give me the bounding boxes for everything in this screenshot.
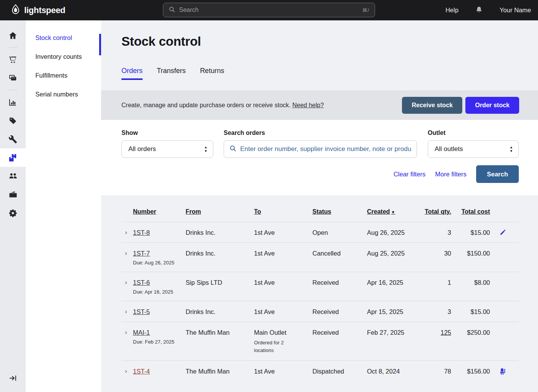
receive-stock-button[interactable]: Receive stock — [402, 97, 462, 114]
order-from: Sip Sips LTD — [186, 272, 254, 301]
sidebar: Stock control Inventory counts Fulfillme… — [26, 20, 101, 392]
rail-item-catalog[interactable] — [0, 111, 26, 130]
rail-item-reporting[interactable] — [0, 93, 26, 111]
collapse-panel-icon — [9, 374, 17, 382]
order-status: Dispatched — [312, 361, 367, 381]
order-number-link[interactable]: 1ST-6 — [133, 279, 150, 286]
order-to: 1st Ave — [254, 243, 312, 272]
receive-order-button[interactable] — [490, 361, 516, 381]
help-link[interactable]: Help — [445, 7, 458, 14]
rail-item-inventory[interactable] — [0, 148, 26, 167]
rail-divider — [9, 47, 17, 48]
search-shortcut: ⌘/ — [362, 7, 369, 13]
col-status[interactable]: Status — [312, 208, 331, 215]
page-head: Stock control Orders Transfers Returns — [101, 20, 538, 90]
lightspeed-logo[interactable]: lightspeed — [10, 4, 65, 16]
search-icon — [169, 6, 175, 14]
tab-returns[interactable]: Returns — [200, 67, 224, 80]
tab-transfers[interactable]: Transfers — [157, 67, 186, 80]
expand-row-chevron[interactable]: › — [121, 222, 133, 243]
show-label: Show — [121, 130, 213, 136]
user-menu[interactable]: Your Name — [500, 7, 531, 14]
order-from: Drinks Inc. — [186, 222, 254, 243]
table-row: › 1ST-5 Drinks Inc. 1st Ave Received Apr… — [121, 301, 519, 322]
table-row: › 1ST-7 Due: Aug 26, 2025 Drinks Inc. 1s… — [121, 243, 519, 272]
rail-item-sell[interactable] — [0, 50, 26, 69]
col-total-cost[interactable]: Total cost — [462, 208, 490, 215]
search-orders-input[interactable] — [240, 145, 411, 153]
sidebar-item-serial-numbers[interactable]: Serial numbers — [26, 85, 101, 104]
expand-row-chevron[interactable]: › — [121, 272, 133, 301]
order-qty: 78 — [420, 361, 451, 381]
order-number-link[interactable]: MAI-1 — [133, 329, 150, 336]
order-created: Aug 25, 2025 — [367, 243, 420, 272]
order-number-link[interactable]: 1ST-7 — [133, 250, 150, 257]
rail-item-customers[interactable] — [0, 167, 26, 185]
outlet-label: Outlet — [428, 130, 519, 136]
edit-order-button[interactable] — [490, 222, 516, 243]
tabs: Orders Transfers Returns — [121, 67, 538, 80]
rail-item-home[interactable] — [0, 26, 26, 45]
notifications-bell-icon[interactable] — [475, 6, 483, 15]
rail-divider — [9, 90, 17, 90]
cash-drawer-icon — [8, 190, 18, 199]
global-search-input[interactable] — [179, 7, 362, 13]
sidebar-item-fulfillments[interactable]: Fulfillments — [26, 66, 101, 85]
order-to-note: Ordered for 2 locations — [254, 339, 292, 354]
global-search[interactable]: ⌘/ — [163, 3, 375, 17]
order-qty: 30 — [420, 243, 451, 272]
order-stock-button[interactable]: Order stock — [465, 97, 519, 114]
col-created[interactable]: Created — [367, 208, 390, 215]
search-button[interactable]: Search — [476, 165, 519, 183]
icon-rail — [0, 20, 26, 392]
table-row: › 1ST-6 Due: Apr 16, 2025 Sip Sips LTD 1… — [121, 272, 519, 301]
rail-item-setup[interactable] — [0, 130, 26, 148]
sidebar-item-stock-control[interactable]: Stock control — [26, 28, 101, 47]
gear-icon — [8, 209, 17, 218]
topbar: lightspeed ⌘/ Help Your Name — [0, 0, 538, 20]
order-cost: $15.00 — [451, 222, 490, 243]
order-number-link[interactable]: 1ST-5 — [133, 308, 150, 315]
home-icon — [8, 31, 17, 40]
col-to[interactable]: To — [254, 208, 261, 215]
filter-panel: Show All orders ▲▼ Search orders — [101, 120, 538, 195]
order-number-link[interactable]: 1ST-4 — [133, 368, 150, 375]
rail-item-register[interactable] — [0, 69, 26, 87]
order-to: Main Outlet — [254, 329, 286, 336]
order-from: Drinks Inc. — [186, 301, 254, 322]
info-banner: Create, manage and update purchase order… — [101, 90, 538, 120]
order-created: Oct 8, 2024 — [367, 361, 420, 381]
search-orders-box[interactable] — [224, 140, 417, 158]
sidebar-item-inventory-counts[interactable]: Inventory counts — [26, 47, 101, 66]
order-cost: $15.00 — [451, 301, 490, 322]
order-number-link[interactable]: 1ST-8 — [133, 229, 150, 236]
select-spinner-icon: ▲▼ — [204, 146, 208, 153]
expand-row-chevron[interactable]: › — [121, 322, 133, 360]
order-qty-link[interactable]: 125 — [440, 329, 451, 336]
collapse-sidebar-button[interactable] — [0, 370, 26, 386]
col-from[interactable]: From — [186, 208, 201, 215]
brand-name: lightspeed — [24, 5, 65, 15]
expand-row-chevron[interactable]: › — [121, 361, 133, 381]
tab-orders[interactable]: Orders — [121, 67, 143, 80]
show-select[interactable]: All orders ▲▼ — [121, 140, 213, 158]
expand-row-chevron[interactable]: › — [121, 301, 133, 322]
main-content: Stock control Orders Transfers Returns C… — [101, 20, 538, 392]
order-due-date: Due: Aug 26, 2025 — [133, 260, 186, 266]
order-cost: $250.00 — [451, 322, 490, 360]
need-help-link[interactable]: Need help? — [292, 102, 324, 108]
show-select-value: All orders — [128, 145, 156, 153]
rail-item-settings[interactable] — [0, 204, 26, 222]
expand-row-chevron[interactable]: › — [121, 243, 133, 272]
sidebar-item-label: Stock control — [35, 34, 72, 41]
outlet-select[interactable]: All outlets ▲▼ — [428, 140, 519, 158]
col-number[interactable]: Number — [133, 208, 156, 215]
order-due-date: Due: Feb 27, 2025 — [133, 339, 186, 345]
col-total-qty[interactable]: Total qty. — [425, 208, 451, 215]
tag-icon — [8, 116, 17, 125]
table-row: › 1ST-8 Drinks Inc. 1st Ave Open Aug 26,… — [121, 222, 519, 243]
more-filters-link[interactable]: More filters — [435, 171, 467, 178]
rail-item-till[interactable] — [0, 185, 26, 204]
clear-filters-link[interactable]: Clear filters — [394, 171, 425, 178]
sidebar-item-label: Serial numbers — [35, 91, 78, 98]
